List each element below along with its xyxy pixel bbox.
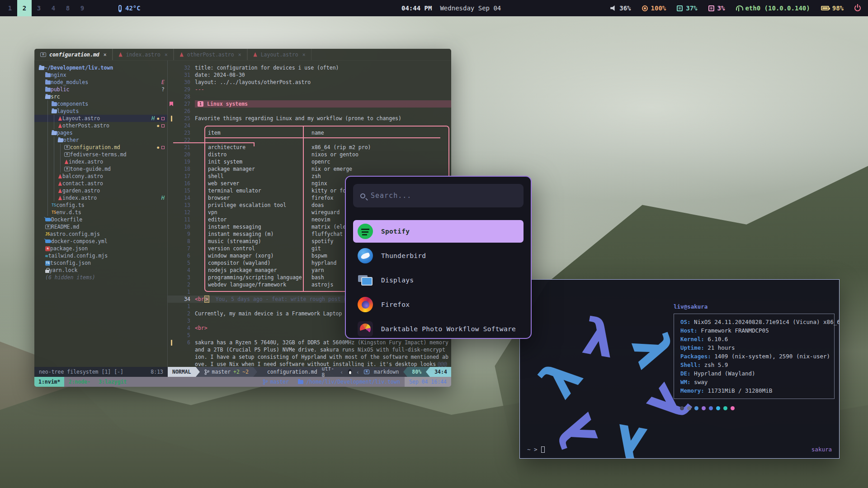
tree-item-tailwind.config.mjs[interactable]: ≈tailwind.config.mjs	[34, 252, 167, 259]
tree-item-index.astro[interactable]: index.astroH	[34, 194, 167, 202]
firefox-icon	[358, 297, 373, 312]
tab-otherPost.astro[interactable]: otherPost.astro×	[174, 49, 247, 60]
tree-item-nginx[interactable]: nginx	[34, 71, 167, 79]
table-cell-name: doas	[311, 202, 324, 208]
launcher-item-firefox[interactable]: Firefox	[353, 293, 524, 316]
workspace-2[interactable]: 2	[17, 0, 32, 16]
tmux-window-1:nvim*[interactable]: 1:nvim*	[34, 377, 64, 387]
indent-guide	[39, 79, 45, 86]
indent-guide	[39, 223, 45, 230]
tree-item-yarn.lock[interactable]: yarn.lock	[34, 267, 167, 274]
tree-root[interactable]: ~/Development/liv.town	[34, 64, 167, 71]
brightness-value: 100%	[651, 5, 666, 12]
tree-item-tsconfig.json[interactable]: TStsconfig.json	[34, 259, 167, 267]
tsconfig-icon: TS	[45, 261, 50, 266]
search-input[interactable]	[371, 192, 516, 200]
workspace-8[interactable]: 8	[61, 0, 75, 16]
indent-guide	[39, 209, 45, 216]
clock: 04:44 PM Wednesday Sep 04	[401, 0, 501, 16]
table-cell-item: instant messaging	[208, 224, 302, 230]
table-cell-item: privilege escalation tool	[208, 202, 302, 208]
tree-item-6hiddenitems[interactable]: (6 hidden items)	[34, 274, 167, 281]
fetch-field-shell: Shell: zsh 5.9	[680, 361, 834, 369]
battery-module[interactable]: 98%	[821, 5, 844, 12]
tree-item-docker-compose.yml[interactable]: docker-compose.yml	[34, 238, 167, 245]
tree-item-components[interactable]: components	[34, 100, 167, 108]
fetch-field-value: sway	[694, 379, 708, 385]
code-line: ion. I have a setup consisting of Hyprla…	[168, 353, 451, 361]
tab-close-icon[interactable]: ×	[165, 52, 168, 58]
tab-close-icon[interactable]: ×	[302, 52, 306, 58]
workspace-9[interactable]: 9	[75, 0, 90, 16]
tab-label: Layout.astro	[261, 52, 298, 58]
code-line: 21architecturex86_64 (rip m2 pro)	[168, 144, 451, 151]
indent-guide	[54, 115, 58, 122]
fetch-terminal-window[interactable]: λλλλλλ liv@sakura OS: NixOS 24.11.202408…	[519, 279, 840, 459]
launcher-item-thunderbird[interactable]: Thunderbird	[353, 244, 524, 267]
launcher-item-darktable[interactable]: Darktable Photo Workflow Software	[353, 318, 524, 339]
typescript-icon: TS	[52, 210, 56, 215]
network-module[interactable]: eth0 (10.0.0.140)	[736, 5, 810, 12]
power-module[interactable]	[854, 5, 861, 11]
cpu-icon	[677, 5, 683, 11]
tree-item-configuration.md[interactable]: Mconfiguration.md●	[34, 144, 167, 151]
tab-index.astro[interactable]: index.astro×	[113, 49, 174, 60]
launcher-item-spotify[interactable]: Spotify	[353, 220, 524, 243]
astro-file-icon	[58, 123, 62, 128]
gpu-module[interactable]: 3%	[708, 5, 725, 12]
tree-item-garden.astro[interactable]: garden.astro	[34, 187, 167, 194]
brightness-icon	[642, 5, 648, 11]
tree-item-label: contact.astro	[62, 180, 103, 187]
launcher-item-displays[interactable]: Displays	[353, 269, 524, 291]
tree-item-src[interactable]: src	[34, 93, 167, 100]
table-cell-item: webdev language/framework	[208, 282, 302, 288]
workspace-3[interactable]: 3	[32, 0, 46, 16]
tmux-window-2:node-[interactable]: 2:node-	[64, 377, 94, 387]
git-modified-dot: ●	[157, 145, 159, 150]
tab-Layout.astro[interactable]: Layout.astro×	[247, 49, 311, 60]
indent-guide	[54, 180, 58, 187]
tree-item-env.d.ts[interactable]: TSenv.d.ts	[34, 209, 167, 216]
tmux-window-3:lazygit[interactable]: 3:lazygit	[94, 377, 131, 387]
line-text: architecturex86_64 (rip m2 pro)	[195, 144, 451, 150]
docker-whale-icon	[45, 218, 51, 221]
tree-item-package.json[interactable]: npackage.json	[34, 245, 167, 252]
tree-item-index.astro[interactable]: index.astro	[34, 158, 167, 165]
neotree-panel[interactable]: ~/Development/liv.townnginxnode_modulesE…	[34, 61, 168, 367]
tree-item-label: src	[51, 94, 60, 100]
tree-item-balcony.astro[interactable]: balcony.astro	[34, 173, 167, 180]
tab-configuration.md[interactable]: Mconfiguration.md×	[34, 49, 113, 60]
shell-prompt[interactable]: ~ >	[527, 446, 545, 453]
tab-close-icon[interactable]: ×	[238, 52, 241, 58]
tree-item-fediverse-terms.md[interactable]: Mfediverse-terms.md	[34, 151, 167, 158]
tree-item-public[interactable]: public?	[34, 86, 167, 93]
tree-item-other[interactable]: other	[34, 136, 167, 144]
temperature-module[interactable]: 42°C	[118, 5, 141, 12]
tree-item-README.md[interactable]: MREADME.md	[34, 223, 167, 230]
tree-item-config.ts[interactable]: TSconfig.ts	[34, 202, 167, 209]
fetch-field-label: DE:	[680, 370, 694, 377]
line-number: 14	[175, 195, 190, 201]
workspace-1[interactable]: 1	[3, 0, 17, 16]
launcher-search-box[interactable]	[353, 184, 524, 207]
brightness-module[interactable]: 100%	[642, 5, 666, 12]
tree-item-astro.config.mjs[interactable]: JSastro.config.mjs	[34, 230, 167, 238]
docker-whale-icon	[45, 239, 51, 243]
code-line: 32title: configuration for devices i use…	[168, 64, 451, 71]
tree-item-layouts[interactable]: layouts	[34, 108, 167, 115]
volume-module[interactable]: 36%	[610, 5, 631, 12]
cpu-module[interactable]: 37%	[677, 5, 697, 12]
workspace-4[interactable]: 4	[46, 0, 61, 16]
tmux-windows: 1:nvim*2:node-3:lazygit	[34, 377, 131, 387]
fetch-field-de: DE: Hyprland (Wayland)	[680, 369, 834, 378]
tree-item-Layout.astro[interactable]: Layout.astroH●	[34, 115, 167, 122]
tree-item-nodemodules[interactable]: node_modulesE	[34, 79, 167, 86]
tree-item-Dockerfile[interactable]: Dockerfile	[34, 216, 167, 223]
tree-item-pages[interactable]: pages	[34, 129, 167, 136]
line-number: 2	[175, 282, 190, 288]
tab-close-icon[interactable]: ×	[104, 52, 107, 58]
tree-item-otherPost.astro[interactable]: otherPost.astro●	[34, 122, 167, 129]
line-number: 5	[175, 260, 190, 266]
tree-item-contact.astro[interactable]: contact.astro	[34, 180, 167, 187]
tree-item-tone-guide.md[interactable]: Mtone-guide.md	[34, 165, 167, 173]
